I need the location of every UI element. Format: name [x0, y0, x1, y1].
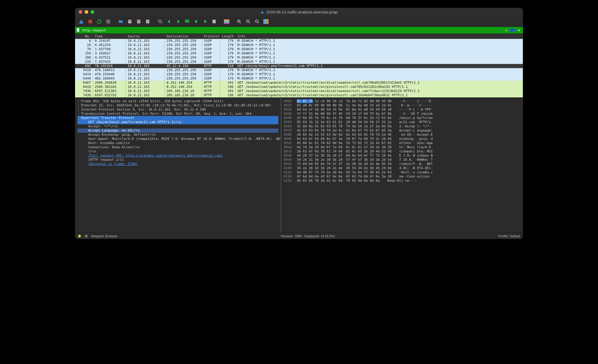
packet-row[interactable]: 64102996.38118110.8.21.1638.252.146.254H… [75, 85, 523, 89]
close-window-button[interactable] [79, 10, 82, 14]
col-header-info[interactable]: Info [236, 34, 523, 38]
packet-row[interactable]: 5444482.16609310.8.21.163239.255.255.250… [75, 77, 523, 81]
hex-row[interactable]: 00d045 20 37 2e 30 3b 20 5769 6e 64 6f 7… [284, 154, 433, 158]
packet-list-pane: No. Time Source Destination Protocol Len… [75, 33, 523, 97]
hex-row[interactable]: 00402f 6b 65 76 79 6c 2e 7068 70 3f 6c 3… [284, 116, 433, 120]
svg-rect-5 [129, 21, 131, 21]
col-header-destination[interactable]: Destination [165, 34, 202, 38]
go-to-packet-icon[interactable] [183, 18, 191, 25]
go-back-icon[interactable] [165, 18, 173, 25]
shark-fin-icon[interactable] [77, 18, 85, 25]
hex-row[interactable]: 01304b 65 65 70 2d 41 6c 6976 65 0d 0a 0… [284, 179, 433, 183]
resize-columns-icon[interactable] [262, 18, 270, 25]
restart-capture-icon[interactable] [95, 18, 103, 25]
tree-eth[interactable]: ›Ethernet II, Src: ASUSTekC_0a:f2:85 (10… [77, 103, 278, 108]
hex-row[interactable]: 00c028 63 6f 6d 70 61 74 6962 6c 65 3b 2… [284, 149, 433, 154]
hex-row[interactable]: 01206f 6d 0d 0a 43 6f 6e 6e65 63 74 69 6… [284, 175, 433, 179]
go-last-icon[interactable] [201, 18, 209, 25]
packet-row[interactable]: 701.43776010.8.21.163239.255.255.250SSDP… [75, 47, 523, 51]
tree-http-crlf[interactable]: \r\n [77, 149, 278, 154]
packet-row[interactable]: 5418476.14891310.8.21.163239.255.255.250… [75, 68, 523, 72]
tree-ip[interactable]: ›Internet Protocol Version 4, Src: 10.8.… [77, 108, 278, 112]
packet-details-pane[interactable]: ›Frame 692: 318 bytes on wire (2544 bits… [75, 98, 281, 233]
tree-http-accept-encoding[interactable]: Accept-Encoding: gzip, deflate\r\n [77, 133, 278, 137]
zoom-out-icon[interactable] [244, 18, 252, 25]
close-file-icon[interactable] [135, 18, 143, 25]
hex-row[interactable]: 010034 2e 30 43 3b 20 2e 4e45 54 34 2e 3… [284, 166, 433, 170]
packet-row[interactable]: 5419479.15044610.8.21.163239.255.255.250… [75, 72, 523, 77]
hex-row[interactable]: 007041 63 63 65 70 74 2d 4c61 6e 67 75 6… [284, 129, 433, 133]
go-forward-icon[interactable] [174, 18, 182, 25]
reload-icon[interactable] [144, 18, 152, 25]
zoom-reset-icon[interactable]: 1:1 [253, 18, 261, 25]
packet-row[interactable]: 100.45225410.8.21.163239.255.255.250SSDP… [75, 43, 523, 47]
tree-http-user-agent[interactable]: User-Agent: Mozilla/4.0 (compatible; MSI… [77, 137, 278, 141]
tree-http-response-frame[interactable]: [Response in frame: 1184] [77, 162, 278, 166]
status-packets: Packets: 7894 · Displayed: 14 (0.2%) [281, 234, 335, 238]
hex-row[interactable]: 00b06e 74 3a 20 4d 6f 7a 696c 6c 61 2f 3… [284, 145, 433, 149]
tree-http[interactable]: ⌄Hypertext Transfer Protocol [77, 116, 278, 120]
tree-http-get[interactable]: ›GET /dujok/kevyl.php?l=ranec11.cab HTTP… [77, 120, 278, 124]
colorize-icon[interactable] [223, 18, 231, 25]
tree-frame[interactable]: ›Frame 692: 318 bytes on wire (2544 bits… [77, 99, 278, 103]
tree-http-accept-language[interactable]: Accept-Language: en-US\r\n [77, 129, 278, 133]
bookmark-icon[interactable] [76, 28, 81, 32]
tree-http-accept[interactable]: Accept: */*\r\n [77, 124, 278, 129]
minimize-window-button[interactable] [85, 10, 88, 14]
packet-bytes-pane[interactable]: 00000c 85 25 12 c4 90 10 c37b 0a f2 85 0… [281, 98, 523, 233]
hex-row[interactable]: 005065 63 31 31 2e 63 61 6220 48 54 54 5… [284, 120, 433, 124]
hex-row[interactable]: 00000c 85 25 12 c4 90 10 c37b 0a f2 85 0… [284, 99, 433, 103]
edit-preferences-icon[interactable]: ▨ [85, 234, 88, 238]
maximize-window-button[interactable] [91, 10, 94, 14]
col-header-protocol[interactable]: Protocol [202, 34, 220, 38]
packet-row[interactable]: 2167.43743310.8.21.163239.255.255.250SSD… [75, 60, 523, 64]
open-file-icon[interactable] [117, 18, 125, 25]
packet-list-body[interactable]: 80.15410710.8.21.163239.255.255.250SSDP1… [75, 39, 523, 97]
packet-row[interactable]: 69278.14192410.8.21.16345.12.4.190HTTP31… [75, 64, 523, 68]
tree-http-host[interactable]: Host: ncznw6a.com\r\n [77, 141, 278, 145]
save-file-icon[interactable] [126, 18, 134, 25]
hex-row[interactable]: 002004 be ef 18 00 50 15 5b8f 8d 41 d8 5… [284, 108, 433, 112]
display-filter-input[interactable] [82, 28, 504, 32]
packet-row[interactable]: 74396597.63279210.8.21.163205.185.216.10… [75, 93, 523, 97]
hex-row[interactable]: 0030ff ff 31 9e 00 00 47 4554 20 2f 64 7… [284, 112, 433, 116]
packet-row[interactable]: 74366597.52130110.8.21.163205.185.216.10… [75, 89, 523, 93]
add-filter-button-icon[interactable]: + [516, 28, 522, 33]
chevron-down-icon[interactable]: ⌄ [77, 116, 81, 120]
hex-row[interactable]: 001001 30 8c 09 40 00 80 061c 4a 0a 08 1… [284, 103, 433, 108]
packet-row[interactable]: 2084.43752110.8.21.163239.255.255.250SSD… [75, 56, 523, 60]
find-icon[interactable] [156, 18, 164, 25]
tree-http-connection[interactable]: Connection: Keep-Alive\r\n [77, 145, 278, 149]
stop-capture-icon[interactable] [86, 18, 94, 25]
tree-tcp[interactable]: ›Transmission Control Protocol, Src Port… [77, 112, 278, 116]
hex-row[interactable]: 00f072 69 64 65 6e 74 2f 372e 30 3b 20 2… [284, 162, 433, 166]
col-header-length[interactable]: Length [220, 34, 236, 38]
col-header-no[interactable]: No. [75, 34, 93, 38]
chevron-right-icon[interactable]: › [77, 112, 81, 116]
chevron-right-icon[interactable]: › [77, 108, 81, 112]
col-header-time[interactable]: Time [93, 34, 126, 38]
hex-row[interactable]: 00906e 63 6f 64 69 6e 67 3a20 67 7a 69 7… [284, 137, 433, 141]
expert-info-icon[interactable] [78, 235, 81, 238]
chevron-right-icon[interactable]: › [77, 103, 81, 108]
hex-row[interactable]: 00e054 20 31 30 2e 30 3b 2057 4f 57 36 3… [284, 158, 433, 162]
chevron-right-icon[interactable]: › [85, 120, 88, 124]
hex-row[interactable]: 01100a 48 6f 73 74 3a 20 6e63 7a 6e 77 3… [284, 170, 433, 175]
clear-filter-icon[interactable]: ✕ [504, 28, 509, 32]
hex-row[interactable]: 008020 65 6e 2d 55 53 0d 0a41 63 63 65 7… [284, 133, 433, 137]
packet-row[interactable]: 1503.16992710.8.21.163239.255.255.250SSD… [75, 51, 523, 56]
apply-filter-icon[interactable] [509, 28, 516, 32]
go-first-icon[interactable] [192, 18, 200, 25]
status-profile[interactable]: Profile: Default [498, 234, 520, 238]
options-icon[interactable] [104, 18, 112, 25]
zoom-in-icon[interactable] [235, 18, 243, 25]
tree-http-request-num[interactable]: [HTTP request 1/1] [77, 158, 278, 162]
hex-row[interactable]: 006031 0d 0a 41 63 63 65 7074 3a 20 2a 2… [284, 124, 433, 129]
col-header-source[interactable]: Source [126, 34, 165, 38]
chevron-right-icon[interactable]: › [77, 99, 81, 103]
tree-http-full-uri[interactable]: [Full request URI: http://ncznw6a.com/du… [77, 154, 278, 158]
packet-row[interactable]: 80.15410710.8.21.163239.255.255.250SSDP1… [75, 39, 523, 43]
auto-scroll-icon[interactable] [210, 18, 218, 25]
hex-row[interactable]: 00a065 66 6c 61 74 65 0d 0a55 73 65 72 2… [284, 141, 433, 145]
packet-row[interactable]: 64072996.26463010.8.21.1638.252.146.254H… [75, 81, 523, 85]
